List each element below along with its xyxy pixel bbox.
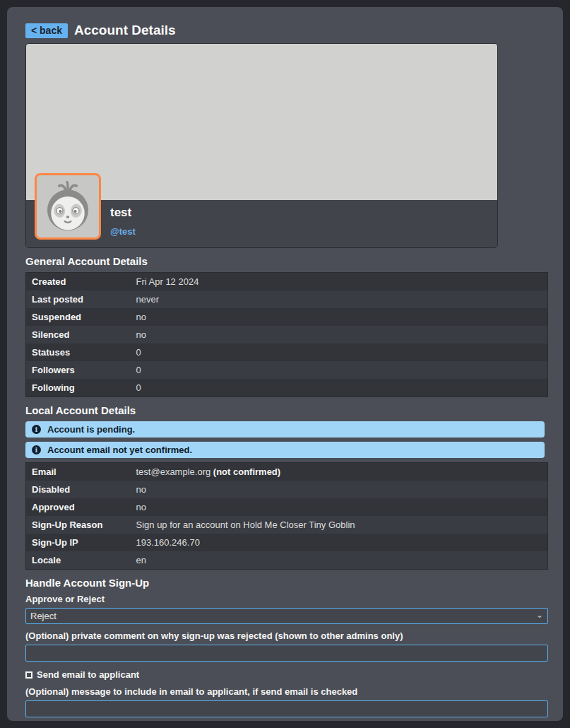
notice-text: Account is pending. bbox=[47, 424, 135, 435]
row-value: no bbox=[131, 498, 548, 516]
row-value: Sign up for an account on Hold Me Closer… bbox=[131, 516, 548, 534]
table-row: CreatedFri Apr 12 2024 bbox=[26, 273, 548, 291]
general-section-heading: General Account Details bbox=[25, 255, 545, 267]
send-email-row: Send email to applicant bbox=[25, 669, 545, 680]
table-row: Last postednever bbox=[26, 290, 548, 308]
table-row: Localeen bbox=[26, 551, 548, 570]
row-value: no bbox=[131, 326, 548, 344]
row-label: Suspended bbox=[26, 308, 131, 326]
notice-text: Account email not yet confirmed. bbox=[47, 445, 192, 455]
row-value: no bbox=[131, 481, 548, 498]
signup-section-heading: Handle Account Sign-Up bbox=[25, 577, 545, 589]
page-header: < back Account Details bbox=[25, 23, 545, 38]
row-label: Sign-Up Reason bbox=[26, 516, 131, 534]
table-row: Suspendedno bbox=[26, 308, 548, 326]
page-title: Account Details bbox=[74, 23, 176, 38]
email-message-input[interactable] bbox=[25, 700, 548, 717]
row-value: no bbox=[131, 308, 548, 326]
row-label: Following bbox=[26, 379, 131, 397]
email-message-label: (Optional) message to include in email t… bbox=[25, 686, 545, 697]
table-row: Approvedno bbox=[26, 498, 548, 516]
row-label: Disabled bbox=[26, 481, 131, 498]
row-value: 0 bbox=[131, 361, 548, 379]
approve-reject-select-wrap: Reject ⌄ bbox=[25, 608, 548, 624]
row-label: Sign-Up IP bbox=[26, 534, 131, 551]
notice-banner: iAccount email not yet confirmed. bbox=[25, 442, 545, 458]
row-label: Statuses bbox=[26, 344, 131, 361]
send-email-checkbox[interactable] bbox=[25, 671, 32, 679]
row-label: Locale bbox=[26, 551, 131, 570]
local-details-table: Emailtest@example.org (not confirmed)Dis… bbox=[25, 462, 548, 570]
avatar[interactable] bbox=[35, 173, 101, 240]
local-notices: iAccount is pending.iAccount email not y… bbox=[25, 421, 545, 458]
account-handle-link[interactable]: @test bbox=[110, 226, 136, 237]
row-label: Created bbox=[26, 273, 131, 291]
display-name: test bbox=[110, 206, 136, 220]
local-section-heading: Local Account Details bbox=[25, 404, 545, 416]
info-icon: i bbox=[32, 425, 41, 434]
account-details-panel: < back Account Details bbox=[7, 7, 563, 721]
profile-card: test @test bbox=[25, 43, 498, 248]
profile-names: test @test bbox=[110, 206, 136, 237]
row-value: 0 bbox=[131, 379, 548, 397]
row-label: Last posted bbox=[26, 290, 131, 308]
sloth-avatar-icon bbox=[37, 175, 99, 237]
back-button[interactable]: < back bbox=[25, 23, 68, 38]
info-icon: i bbox=[32, 445, 41, 454]
row-value: en bbox=[131, 551, 548, 570]
table-row: Sign-Up ReasonSign up for an account on … bbox=[26, 516, 548, 534]
row-value: Fri Apr 12 2024 bbox=[131, 273, 548, 291]
table-row: Disabledno bbox=[26, 481, 548, 498]
notice-banner: iAccount is pending. bbox=[25, 421, 545, 438]
approve-reject-select[interactable]: Reject bbox=[25, 608, 548, 624]
row-value: never bbox=[131, 290, 548, 308]
row-label: Followers bbox=[26, 361, 131, 379]
table-row: Emailtest@example.org (not confirmed) bbox=[26, 463, 548, 481]
approve-reject-label: Approve or Reject bbox=[25, 594, 545, 604]
table-row: Sign-Up IP193.160.246.70 bbox=[26, 534, 548, 551]
send-email-label: Send email to applicant bbox=[37, 669, 139, 680]
table-row: Following0 bbox=[26, 379, 548, 397]
row-value: 0 bbox=[131, 344, 548, 361]
table-row: Silencedno bbox=[26, 326, 548, 344]
private-comment-label: (Optional) private comment on why sign-u… bbox=[25, 630, 545, 641]
row-label: Approved bbox=[26, 498, 131, 516]
row-label: Silenced bbox=[26, 326, 131, 344]
private-comment-input[interactable] bbox=[25, 645, 548, 662]
table-row: Statuses0 bbox=[26, 344, 548, 361]
row-value: 193.160.246.70 bbox=[131, 534, 548, 551]
row-label: Email bbox=[26, 463, 131, 481]
table-row: Followers0 bbox=[26, 361, 548, 379]
row-value: test@example.org (not confirmed) bbox=[131, 463, 548, 481]
general-details-table: CreatedFri Apr 12 2024Last postedneverSu… bbox=[25, 272, 548, 397]
